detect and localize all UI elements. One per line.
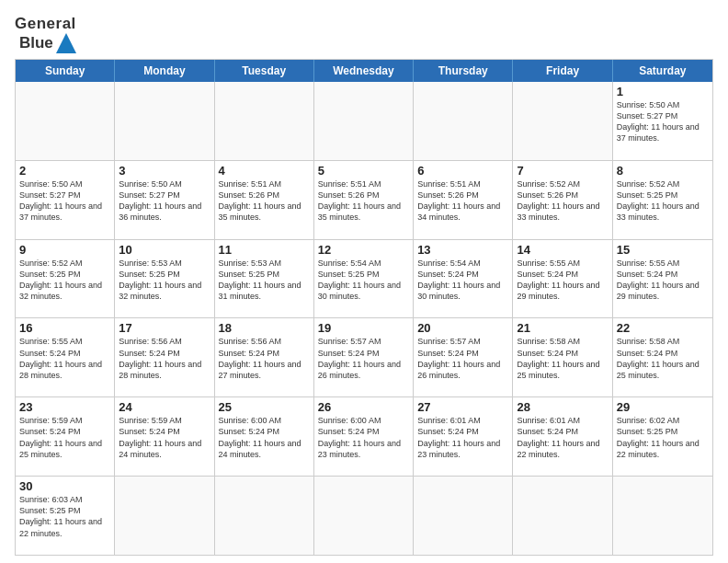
logo-icon: General Blue xyxy=(15,15,76,53)
cell-day-number: 2 xyxy=(19,164,110,178)
cell-day-number: 16 xyxy=(19,321,110,335)
cell-info: Sunrise: 5:59 AMSunset: 5:24 PMDaylight:… xyxy=(119,415,210,460)
cell-day-number: 20 xyxy=(417,321,508,335)
calendar-cell-empty xyxy=(115,82,214,161)
calendar-cell-11: 11Sunrise: 5:53 AMSunset: 5:25 PMDayligh… xyxy=(215,240,314,319)
calendar-cell-12: 12Sunrise: 5:54 AMSunset: 5:25 PMDayligh… xyxy=(314,240,414,319)
cell-day-number: 1 xyxy=(617,85,709,98)
cell-info: Sunrise: 5:50 AMSunset: 5:27 PMDaylight:… xyxy=(119,178,210,224)
cell-day-number: 10 xyxy=(119,243,210,257)
cell-day-number: 30 xyxy=(19,479,110,493)
cell-day-number: 21 xyxy=(517,321,608,335)
calendar-cell-5: 5Sunrise: 5:51 AMSunset: 5:26 PMDaylight… xyxy=(314,161,414,240)
cell-day-number: 12 xyxy=(318,243,409,257)
calendar-cell-16: 16Sunrise: 5:55 AMSunset: 5:24 PMDayligh… xyxy=(16,318,115,397)
cell-day-number: 6 xyxy=(417,164,508,178)
calendar-cell-empty xyxy=(215,477,314,555)
calendar-cell-27: 27Sunrise: 6:01 AMSunset: 5:24 PMDayligh… xyxy=(414,397,513,477)
cell-info: Sunrise: 5:58 AMSunset: 5:24 PMDaylight:… xyxy=(517,336,608,381)
calendar-cell-empty xyxy=(414,477,513,555)
day-header-tuesday: Tuesday xyxy=(215,60,314,82)
calendar-cell-19: 19Sunrise: 5:57 AMSunset: 5:24 PMDayligh… xyxy=(314,318,414,397)
day-header-friday: Friday xyxy=(513,60,612,82)
cell-day-number: 28 xyxy=(517,400,608,414)
cell-day-number: 17 xyxy=(119,321,210,335)
cell-day-number: 19 xyxy=(318,321,409,335)
cell-info: Sunrise: 5:55 AMSunset: 5:24 PMDaylight:… xyxy=(19,336,110,381)
calendar-cell-20: 20Sunrise: 5:57 AMSunset: 5:24 PMDayligh… xyxy=(414,318,513,397)
calendar-cell-empty xyxy=(414,82,513,161)
cell-day-number: 5 xyxy=(318,164,409,178)
cell-info: Sunrise: 5:57 AMSunset: 5:24 PMDaylight:… xyxy=(318,336,409,381)
calendar-cell-empty xyxy=(314,82,414,161)
logo-general-text: General xyxy=(15,15,76,33)
cell-info: Sunrise: 5:52 AMSunset: 5:25 PMDaylight:… xyxy=(19,258,110,303)
calendar-cell-2: 2Sunrise: 5:50 AMSunset: 5:27 PMDaylight… xyxy=(16,161,115,240)
calendar-cell-empty xyxy=(16,82,115,161)
calendar-cell-1: 1Sunrise: 5:50 AMSunset: 5:27 PMDaylight… xyxy=(613,82,712,161)
calendar-cell-17: 17Sunrise: 5:56 AMSunset: 5:24 PMDayligh… xyxy=(115,318,214,397)
cell-day-number: 14 xyxy=(517,243,608,257)
calendar-cell-10: 10Sunrise: 5:53 AMSunset: 5:25 PMDayligh… xyxy=(115,240,214,319)
calendar-cell-24: 24Sunrise: 5:59 AMSunset: 5:24 PMDayligh… xyxy=(115,397,214,477)
calendar-cell-empty xyxy=(513,82,612,161)
calendar-cell-6: 6Sunrise: 5:51 AMSunset: 5:26 PMDaylight… xyxy=(414,161,513,240)
cell-day-number: 25 xyxy=(219,400,310,414)
day-header-monday: Monday xyxy=(115,60,214,82)
calendar: SundayMondayTuesdayWednesdayThursdayFrid… xyxy=(15,59,713,556)
cell-info: Sunrise: 5:50 AMSunset: 5:27 PMDaylight:… xyxy=(617,99,709,144)
cell-info: Sunrise: 5:54 AMSunset: 5:25 PMDaylight:… xyxy=(318,258,409,303)
cell-day-number: 15 xyxy=(617,243,709,257)
calendar-cell-30: 30Sunrise: 6:03 AMSunset: 5:25 PMDayligh… xyxy=(16,477,115,555)
cell-day-number: 23 xyxy=(19,400,110,414)
calendar-cell-29: 29Sunrise: 6:02 AMSunset: 5:25 PMDayligh… xyxy=(613,397,712,477)
cell-day-number: 7 xyxy=(517,164,608,178)
cell-info: Sunrise: 5:54 AMSunset: 5:24 PMDaylight:… xyxy=(417,258,508,303)
cell-info: Sunrise: 5:56 AMSunset: 5:24 PMDaylight:… xyxy=(219,336,310,381)
calendar-cell-8: 8Sunrise: 5:52 AMSunset: 5:25 PMDaylight… xyxy=(613,161,712,240)
cell-info: Sunrise: 6:03 AMSunset: 5:25 PMDaylight:… xyxy=(19,494,110,539)
calendar-grid: 1Sunrise: 5:50 AMSunset: 5:27 PMDaylight… xyxy=(16,82,712,555)
calendar-cell-empty xyxy=(215,82,314,161)
calendar-cell-empty xyxy=(115,477,214,555)
cell-day-number: 24 xyxy=(119,400,210,414)
cell-info: Sunrise: 5:55 AMSunset: 5:24 PMDaylight:… xyxy=(517,258,608,303)
cell-day-number: 9 xyxy=(19,243,110,257)
day-header-sunday: Sunday xyxy=(16,60,115,82)
cell-info: Sunrise: 5:50 AMSunset: 5:27 PMDaylight:… xyxy=(19,178,110,224)
cell-day-number: 11 xyxy=(219,243,310,257)
cell-info: Sunrise: 5:57 AMSunset: 5:24 PMDaylight:… xyxy=(417,336,508,381)
day-header-wednesday: Wednesday xyxy=(314,60,414,82)
cell-day-number: 26 xyxy=(318,400,409,414)
cell-info: Sunrise: 6:00 AMSunset: 5:24 PMDaylight:… xyxy=(219,415,310,460)
cell-info: Sunrise: 5:52 AMSunset: 5:25 PMDaylight:… xyxy=(617,178,709,224)
calendar-cell-22: 22Sunrise: 5:58 AMSunset: 5:24 PMDayligh… xyxy=(613,318,712,397)
calendar-cell-7: 7Sunrise: 5:52 AMSunset: 5:26 PMDaylight… xyxy=(513,161,612,240)
calendar-cell-26: 26Sunrise: 6:00 AMSunset: 5:24 PMDayligh… xyxy=(314,397,414,477)
calendar-cell-4: 4Sunrise: 5:51 AMSunset: 5:26 PMDaylight… xyxy=(215,161,314,240)
cell-info: Sunrise: 5:53 AMSunset: 5:25 PMDaylight:… xyxy=(219,258,310,303)
cell-info: Sunrise: 5:56 AMSunset: 5:24 PMDaylight:… xyxy=(119,336,210,381)
calendar-cell-15: 15Sunrise: 5:55 AMSunset: 5:24 PMDayligh… xyxy=(613,240,712,319)
cell-info: Sunrise: 6:00 AMSunset: 5:24 PMDaylight:… xyxy=(318,415,409,460)
cell-info: Sunrise: 5:59 AMSunset: 5:24 PMDaylight:… xyxy=(19,415,110,460)
calendar-cell-3: 3Sunrise: 5:50 AMSunset: 5:27 PMDaylight… xyxy=(115,161,214,240)
cell-info: Sunrise: 5:52 AMSunset: 5:26 PMDaylight:… xyxy=(517,178,608,224)
cell-info: Sunrise: 5:53 AMSunset: 5:25 PMDaylight:… xyxy=(119,258,210,303)
day-headers: SundayMondayTuesdayWednesdayThursdayFrid… xyxy=(16,60,712,82)
logo: General Blue xyxy=(15,15,76,53)
cell-info: Sunrise: 5:51 AMSunset: 5:26 PMDaylight:… xyxy=(219,178,310,224)
calendar-cell-9: 9Sunrise: 5:52 AMSunset: 5:25 PMDaylight… xyxy=(16,240,115,319)
cell-info: Sunrise: 6:02 AMSunset: 5:25 PMDaylight:… xyxy=(617,415,709,460)
calendar-cell-empty xyxy=(314,477,414,555)
cell-day-number: 29 xyxy=(617,400,709,414)
cell-info: Sunrise: 6:01 AMSunset: 5:24 PMDaylight:… xyxy=(417,415,508,460)
cell-day-number: 13 xyxy=(417,243,508,257)
calendar-cell-empty xyxy=(613,477,712,555)
calendar-cell-28: 28Sunrise: 6:01 AMSunset: 5:24 PMDayligh… xyxy=(513,397,612,477)
calendar-cell-25: 25Sunrise: 6:00 AMSunset: 5:24 PMDayligh… xyxy=(215,397,314,477)
logo-triangle-icon xyxy=(56,33,76,53)
logo-blue-text: Blue xyxy=(19,34,53,52)
cell-day-number: 18 xyxy=(219,321,310,335)
cell-info: Sunrise: 5:51 AMSunset: 5:26 PMDaylight:… xyxy=(318,178,409,224)
